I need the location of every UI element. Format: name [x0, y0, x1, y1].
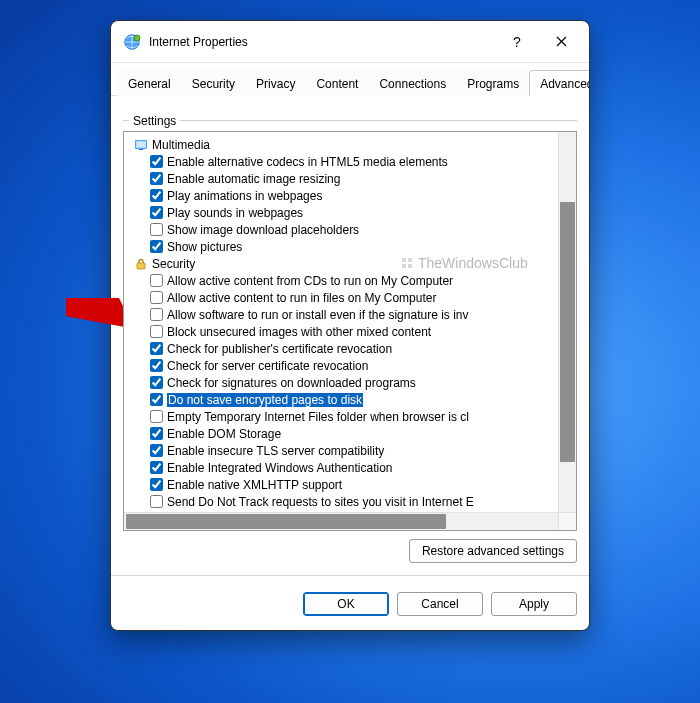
setting-item[interactable]: Enable insecure TLS server compatibility [128, 442, 576, 459]
setting-item[interactable]: Block unsecured images with other mixed … [128, 323, 576, 340]
setting-item[interactable]: Enable Integrated Windows Authentication [128, 459, 576, 476]
setting-item[interactable]: Send Do Not Track requests to sites you … [128, 493, 576, 510]
setting-checkbox[interactable] [150, 410, 163, 423]
horizontal-scrollbar[interactable] [124, 512, 559, 530]
setting-checkbox[interactable] [150, 308, 163, 321]
vertical-scrollbar[interactable] [558, 132, 576, 513]
setting-checkbox[interactable] [150, 291, 163, 304]
setting-checkbox[interactable] [150, 376, 163, 389]
setting-item[interactable]: Allow software to run or install even if… [128, 306, 576, 323]
dialog-button-row: OK Cancel Apply [111, 580, 589, 630]
setting-label: Enable alternative codecs in HTML5 media… [167, 155, 448, 169]
ok-button[interactable]: OK [303, 592, 389, 616]
svg-point-1 [134, 35, 140, 41]
setting-label: Enable Integrated Windows Authentication [167, 461, 392, 475]
setting-checkbox[interactable] [150, 240, 163, 253]
tab-programs[interactable]: Programs [456, 70, 530, 96]
tab-strip: GeneralSecurityPrivacyContentConnections… [111, 63, 589, 96]
setting-item[interactable]: Allow active content from CDs to run on … [128, 272, 576, 289]
apply-button[interactable]: Apply [491, 592, 577, 616]
setting-checkbox[interactable] [150, 342, 163, 355]
setting-checkbox[interactable] [150, 172, 163, 185]
setting-checkbox[interactable] [150, 478, 163, 491]
multimedia-icon [134, 138, 148, 152]
svg-rect-4 [139, 149, 143, 150]
setting-label: Check for publisher's certificate revoca… [167, 342, 392, 356]
setting-label: Enable native XMLHTTP support [167, 478, 342, 492]
setting-checkbox[interactable] [150, 155, 163, 168]
tab-advanced[interactable]: Advanced [529, 70, 590, 96]
setting-item[interactable]: Play animations in webpages [128, 187, 576, 204]
tab-security[interactable]: Security [181, 70, 246, 96]
internet-properties-dialog: Internet Properties ? GeneralSecurityPri… [110, 20, 590, 631]
setting-label: Enable insecure TLS server compatibility [167, 444, 384, 458]
setting-label: Enable DOM Storage [167, 427, 281, 441]
setting-item[interactable]: Play sounds in webpages [128, 204, 576, 221]
svg-rect-5 [137, 263, 145, 269]
help-button[interactable]: ? [495, 27, 539, 57]
setting-label: Show pictures [167, 240, 242, 254]
setting-checkbox[interactable] [150, 223, 163, 236]
tab-content[interactable]: Content [305, 70, 369, 96]
setting-checkbox[interactable] [150, 189, 163, 202]
setting-label: Allow software to run or install even if… [167, 308, 468, 322]
scroll-corner [558, 512, 576, 530]
setting-checkbox[interactable] [150, 206, 163, 219]
setting-label: Empty Temporary Internet Files folder wh… [167, 410, 469, 424]
setting-label: Play sounds in webpages [167, 206, 303, 220]
tab-connections[interactable]: Connections [368, 70, 457, 96]
category-multimedia: Multimedia [128, 136, 576, 153]
category-label: Multimedia [152, 138, 210, 152]
horizontal-scroll-thumb[interactable] [126, 514, 446, 529]
setting-label: Do not save encrypted pages to disk [167, 393, 363, 407]
setting-checkbox[interactable] [150, 495, 163, 508]
category-security: Security [128, 255, 576, 272]
setting-item[interactable]: Show image download placeholders [128, 221, 576, 238]
window-title: Internet Properties [141, 35, 495, 49]
setting-label: Check for signatures on downloaded progr… [167, 376, 416, 390]
setting-label: Enable automatic image resizing [167, 172, 340, 186]
setting-item[interactable]: Show pictures [128, 238, 576, 255]
setting-label: Allow active content from CDs to run on … [167, 274, 453, 288]
titlebar: Internet Properties ? [111, 21, 589, 63]
setting-item[interactable]: Do not save encrypted pages to disk [128, 391, 576, 408]
close-button[interactable] [539, 27, 583, 57]
vertical-scroll-thumb[interactable] [560, 202, 575, 462]
setting-label: Check for server certificate revocation [167, 359, 368, 373]
setting-item[interactable]: Enable alternative codecs in HTML5 media… [128, 153, 576, 170]
svg-rect-3 [136, 141, 146, 148]
tab-general[interactable]: General [117, 70, 182, 96]
setting-item[interactable]: Check for publisher's certificate revoca… [128, 340, 576, 357]
setting-label: Show image download placeholders [167, 223, 359, 237]
internet-options-icon [123, 33, 141, 51]
setting-item[interactable]: Allow active content to run in files on … [128, 289, 576, 306]
setting-checkbox[interactable] [150, 359, 163, 372]
cancel-button[interactable]: Cancel [397, 592, 483, 616]
setting-label: Send Do Not Track requests to sites you … [167, 495, 474, 509]
restore-advanced-settings-button[interactable]: Restore advanced settings [409, 539, 577, 563]
setting-item[interactable]: Enable automatic image resizing [128, 170, 576, 187]
setting-checkbox[interactable] [150, 427, 163, 440]
settings-groupbox-label: Settings [129, 114, 180, 128]
setting-item[interactable]: Enable native XMLHTTP support [128, 476, 576, 493]
setting-checkbox[interactable] [150, 393, 163, 406]
setting-item[interactable]: Enable DOM Storage [128, 425, 576, 442]
setting-item[interactable]: Empty Temporary Internet Files folder wh… [128, 408, 576, 425]
setting-item[interactable]: Check for server certificate revocation [128, 357, 576, 374]
setting-checkbox[interactable] [150, 461, 163, 474]
setting-checkbox[interactable] [150, 444, 163, 457]
advanced-settings-listbox[interactable]: TheWindowsClub MultimediaEnable alternat… [123, 131, 577, 531]
category-label: Security [152, 257, 195, 271]
setting-item[interactable]: Check for signatures on downloaded progr… [128, 374, 576, 391]
setting-label: Play animations in webpages [167, 189, 322, 203]
setting-checkbox[interactable] [150, 325, 163, 338]
security-icon [134, 257, 148, 271]
tab-privacy[interactable]: Privacy [245, 70, 306, 96]
setting-label: Allow active content to run in files on … [167, 291, 436, 305]
setting-label: Block unsecured images with other mixed … [167, 325, 431, 339]
setting-checkbox[interactable] [150, 274, 163, 287]
